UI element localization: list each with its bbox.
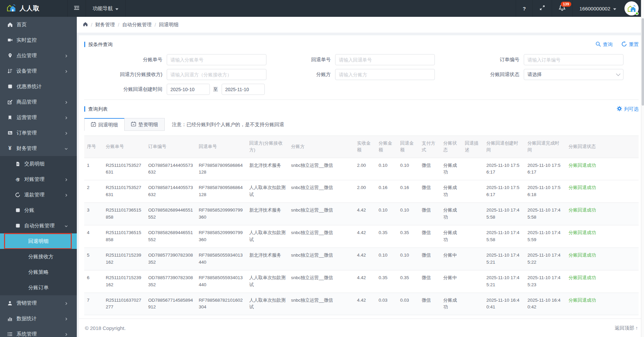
cell-refund-amount: 0.03 — [397, 293, 419, 315]
bookmark-icon — [7, 115, 13, 120]
breadcrumb-item[interactable]: 自动分账管理 — [122, 22, 152, 28]
sidebar-item[interactable]: 分账接收方 — [0, 249, 77, 264]
chevron-right-icon — [64, 177, 68, 183]
sidebar-item[interactable]: ¥财务管理 — [0, 141, 77, 156]
cell-created-at: 2025-11-10 17:45:21 — [484, 270, 525, 293]
refund-status-select[interactable]: 请选择 — [524, 69, 623, 80]
cell-refund-amount: 0.10 — [397, 248, 419, 270]
field-label: 回退方(分账接收方) — [84, 71, 167, 78]
cell-idx: 1 — [84, 158, 103, 180]
sidebar-item-label: 订单管理 — [17, 130, 37, 136]
sidebar-item[interactable]: 回退明细 — [0, 233, 77, 249]
scrollbar-thumb[interactable] — [642, 18, 644, 106]
finance-icon: ¥ — [7, 146, 13, 151]
sidebar-item[interactable]: 首页 — [0, 17, 77, 32]
sidebar-item[interactable]: 订单管理 — [0, 125, 77, 141]
sidebar-item[interactable]: 分账 — [0, 202, 77, 218]
search-button[interactable]: 查询 — [595, 41, 613, 48]
sidebar-item-label: 设备管理 — [17, 68, 37, 74]
scrollbar[interactable] — [641, 0, 644, 337]
column-header: 支付方式 — [419, 136, 441, 158]
column-header: 分账回退状态 — [566, 136, 639, 158]
date-to-input[interactable] — [222, 84, 265, 95]
cell-refund-desc — [462, 270, 484, 293]
column-select-button[interactable]: 列可选 — [617, 106, 639, 112]
field-label: 回退单号 — [273, 57, 335, 63]
split-party-input[interactable] — [335, 69, 435, 80]
split-no-input[interactable] — [167, 54, 266, 65]
sidebar-item[interactable]: 数据统计 — [0, 311, 77, 326]
notifications-button[interactable]: 139 — [552, 0, 572, 17]
sidebar-item[interactable]: 分账策略 — [0, 264, 77, 280]
sidebar-item-label: 运营管理 — [17, 114, 37, 121]
sidebar-item[interactable]: 点位管理 — [0, 48, 77, 63]
cell-refund-amount: 0.35 — [397, 270, 419, 293]
column-header: 订单编号 — [146, 136, 196, 158]
fullscreen-button[interactable] — [533, 0, 552, 17]
cell-split-no: R2511101736515858 — [103, 225, 146, 248]
sidebar-item[interactable]: 自动分账管理 — [0, 218, 77, 233]
help-button[interactable]: ? — [516, 0, 533, 17]
cell-pay-method: 微信 — [419, 203, 441, 225]
sidebar-item-label: 商品管理 — [17, 99, 37, 105]
help-icon: ? — [523, 6, 526, 11]
cell-split-amount: 0.35 — [376, 225, 397, 248]
sidebar-item[interactable]: 系统管理 — [0, 326, 77, 337]
sidebar-item-label: 系统管理 — [17, 331, 37, 337]
order-no-input[interactable] — [524, 54, 623, 65]
query-panel: 按条件查询 查询 重置 — [79, 35, 644, 319]
refund-status-badge: 分账回退成功 — [569, 185, 596, 190]
back-to-top-button[interactable]: 返回顶部 ↑ — [615, 325, 638, 331]
caret-down-icon — [115, 6, 119, 11]
refund-status-badge: 分账回退成功 — [569, 208, 596, 213]
cell-order-no: OD788582689446551552 — [146, 225, 196, 248]
cell-split-status: 分账成功 — [441, 158, 462, 180]
sidebar-item[interactable]: 分账订单 — [0, 280, 77, 295]
sidebar-item[interactable]: 实时监控 — [0, 32, 77, 48]
cell-pay-method: 微信 — [419, 180, 441, 203]
refund-status-badge: 分账回退成功 — [569, 253, 596, 258]
account-dropdown[interactable]: 16600000002 — [572, 0, 623, 17]
sidebar-item[interactable]: 营销管理 — [0, 295, 77, 311]
sidebar-item[interactable]: 退款管理 — [0, 187, 77, 202]
reset-button[interactable]: 重置 — [621, 41, 639, 48]
function-nav-dropdown[interactable]: 功能导航 — [86, 0, 126, 17]
column-header: 序号 — [84, 136, 103, 158]
column-header: 分账单号 — [103, 136, 146, 158]
cell-split-party: snbc独立运营__微信 — [288, 180, 354, 203]
sidebar-item[interactable]: 商品管理 — [0, 94, 77, 110]
cell-received-amount: 2.00 — [354, 180, 376, 203]
sidebar-collapse-button[interactable] — [67, 0, 86, 17]
sidebar-item[interactable]: 运营管理 — [0, 110, 77, 125]
tab-advance-detail[interactable]: 垫资明细 — [124, 118, 165, 131]
sidebar-item[interactable]: 优惠券统计 — [0, 79, 77, 94]
cell-pay-method: 微信 — [419, 293, 441, 315]
refund-party-input[interactable] — [167, 69, 266, 80]
copyright-text: © 2018 Copyright. — [85, 325, 126, 331]
breadcrumb-item[interactable]: 财务管理 — [95, 22, 115, 28]
home-icon[interactable] — [83, 22, 88, 28]
date-from-input[interactable] — [167, 84, 210, 95]
column-header: 回退单号 — [196, 136, 247, 158]
sidebar-item[interactable]: 交易明细 — [0, 156, 77, 172]
cell-refund-no: RF788585055934013440 — [196, 248, 247, 270]
tab-refund-detail[interactable]: 回退明细 — [84, 118, 125, 131]
sidebar-item-label: 优惠券统计 — [17, 83, 42, 90]
sidebar-menu: 首页实时监控点位管理设备管理优惠券统计商品管理运营管理订单管理¥财务管理交易明细… — [0, 17, 77, 337]
breadcrumb-separator: / — [91, 22, 92, 28]
refund-table: 序号分账单号订单编号回退单号回退方(分账接收方)分账方实收金额分账金额回退金额支… — [84, 136, 639, 337]
brand[interactable]: 人人取 — [0, 0, 67, 17]
cell-split-party: snbc独立运营__微信 — [288, 248, 354, 270]
list-section-title: 查询列表 — [84, 106, 108, 112]
refund-no-input[interactable] — [335, 54, 435, 65]
square-icon — [15, 208, 21, 213]
sidebar: 首页实时监控点位管理设备管理优惠券统计商品管理运营管理订单管理¥财务管理交易明细… — [0, 17, 77, 337]
column-header: 分账金额 — [376, 136, 397, 158]
cell-idx: 4 — [84, 225, 103, 248]
section-divider — [84, 100, 639, 100]
sidebar-item[interactable]: 设备管理 — [0, 63, 77, 79]
cell-refund-no: RF788585209990799360 — [196, 225, 247, 248]
sidebar-item[interactable]: S对账管理 — [0, 172, 77, 187]
chevron-right-icon — [64, 192, 68, 198]
sidebar-item-label: 数据统计 — [17, 315, 37, 322]
